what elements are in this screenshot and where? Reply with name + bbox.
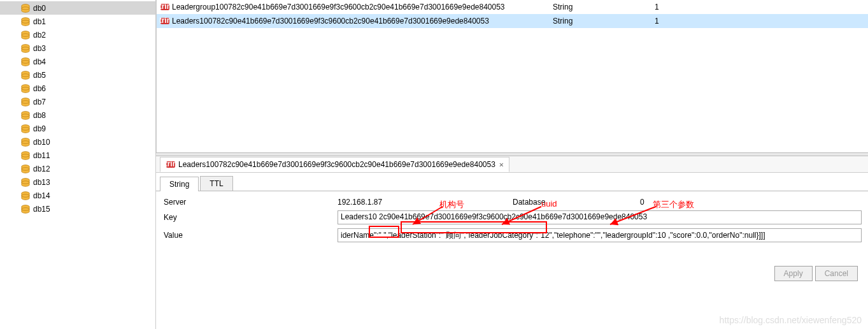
tree-item[interactable]: db5: [0, 68, 155, 82]
database-icon: [20, 17, 31, 27]
tree-item[interactable]: db10: [0, 135, 155, 149]
database-label: Database: [513, 198, 640, 207]
tree-item[interactable]: db2: [0, 28, 155, 41]
string-type-icon: String: [157, 2, 171, 12]
key-name: Leaders100782c90e41b669e7d3001669e9f3c96…: [171, 17, 553, 26]
editor-tab-title: Leaders100782c90e41b669e7d3001669e9f3c96…: [178, 160, 495, 169]
tree-item[interactable]: db9: [0, 122, 155, 135]
database-icon: [20, 97, 31, 107]
close-icon[interactable]: ✕: [499, 160, 504, 169]
tree-label: db0: [33, 4, 46, 13]
tree-item[interactable]: db14: [0, 189, 155, 202]
key-row[interactable]: String Leadergroup100782c90e41b669e7d300…: [157, 0, 868, 14]
tree-item-db0[interactable]: db0: [0, 1, 155, 15]
editor-subtabs: String TTL: [156, 173, 868, 191]
database-icon: [20, 43, 31, 54]
server-value: 192.168.1.87: [338, 198, 513, 207]
cancel-button[interactable]: Cancel: [815, 266, 858, 281]
database-icon: [20, 164, 31, 174]
tree-item[interactable]: db6: [0, 82, 155, 95]
tree-item[interactable]: db3: [0, 41, 155, 55]
tree-item[interactable]: db12: [0, 162, 155, 175]
tree-item[interactable]: db8: [0, 108, 155, 122]
tree-item[interactable]: db1: [0, 15, 155, 28]
tree-item[interactable]: db11: [0, 149, 155, 162]
key-label: Key: [162, 213, 338, 222]
tree-item[interactable]: db15: [0, 202, 155, 216]
apply-button[interactable]: Apply: [774, 266, 813, 281]
tree-item[interactable]: db13: [0, 175, 155, 189]
value-input[interactable]: iderName":" ","leaderStation":" 顾问","lea…: [338, 228, 862, 242]
key-count: 1: [655, 3, 718, 11]
database-icon: [20, 3, 31, 13]
database-icon: [20, 137, 31, 147]
database-icon: [20, 84, 31, 94]
svg-text:String: String: [160, 16, 170, 25]
subtab-string[interactable]: String: [160, 177, 199, 191]
editor-tabbar: String Leaders100782c90e41b669e7d3001669…: [156, 156, 868, 173]
string-type-icon: String: [166, 159, 176, 170]
database-icon: [20, 191, 31, 201]
tree-item[interactable]: db4: [0, 55, 155, 68]
tree-item[interactable]: db7: [0, 95, 155, 108]
database-icon: [20, 124, 31, 134]
value-label: Value: [162, 231, 338, 240]
key-type: String: [553, 17, 655, 26]
key-count: 1: [655, 17, 718, 26]
database-icon: [20, 110, 31, 121]
database-icon: [20, 204, 31, 214]
key-name: Leadergroup100782c90e41b669e7d3001669e9f…: [171, 3, 553, 11]
database-icon: [20, 57, 31, 67]
editor-form: Server 192.168.1.87 Database 0 Key Leade…: [156, 191, 868, 246]
key-input[interactable]: Leaders10 2c90e41b669e7d3001669e9f3c9600…: [338, 210, 862, 224]
database-value: 0: [640, 198, 767, 207]
database-icon: [20, 30, 31, 40]
svg-text:String: String: [160, 2, 170, 11]
editor-tab[interactable]: String Leaders100782c90e41b669e7d3001669…: [160, 157, 509, 172]
key-row[interactable]: String Leaders100782c90e41b669e7d3001669…: [157, 14, 868, 28]
database-icon: [20, 177, 31, 187]
database-tree[interactable]: db0 db1 db2 db3 db4 db5 db6 db7 db8 db9 …: [0, 0, 156, 329]
string-type-icon: String: [157, 16, 171, 26]
database-icon: [20, 150, 31, 161]
key-list[interactable]: String Leadergroup100782c90e41b669e7d300…: [156, 0, 868, 152]
key-type: String: [553, 3, 655, 11]
svg-text:String: String: [166, 159, 176, 168]
server-label: Server: [162, 198, 338, 207]
database-icon: [20, 70, 31, 80]
subtab-ttl[interactable]: TTL: [200, 176, 232, 191]
